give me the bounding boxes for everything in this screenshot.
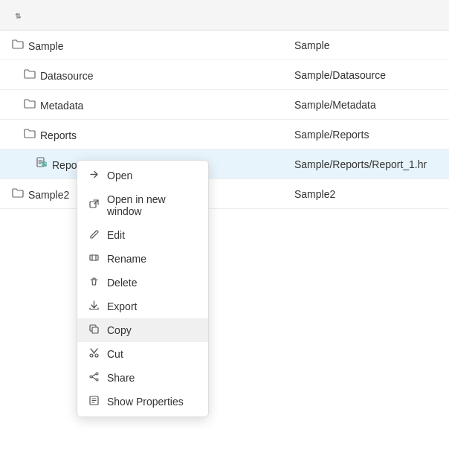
row-name-text: Metadata	[40, 100, 83, 112]
folder-icon	[24, 68, 36, 82]
trash-icon	[88, 277, 100, 289]
menu-item-export[interactable]: Export	[77, 295, 208, 318]
menu-item-rename[interactable]: Rename	[77, 247, 208, 271]
menu-item-label: Open	[107, 170, 132, 181]
menu-item-label: Cut	[107, 348, 123, 360]
row-name-text: Reports	[40, 129, 77, 141]
table-row[interactable]: ReportsSample/Reports	[0, 120, 449, 149]
svg-rect-3	[90, 255, 98, 260]
cell-path: Sample/Reports/Report_1.hr	[282, 149, 449, 179]
copy-icon	[88, 324, 100, 336]
folder-icon	[12, 38, 24, 52]
menu-item-cut[interactable]: Cut	[77, 342, 208, 366]
cut-icon	[88, 348, 100, 360]
svg-rect-2	[90, 202, 96, 208]
svg-point-7	[96, 373, 98, 375]
export-icon	[88, 300, 100, 312]
menu-item-label: Export	[107, 300, 137, 312]
path-column-header	[282, 0, 449, 30]
table-row[interactable]: SampleSample	[0, 30, 449, 60]
menu-item-label: Share	[107, 372, 135, 384]
file-browser: ⇅ SampleSample DatasourceSample/Datasour…	[0, 0, 449, 209]
menu-item-open-new-window[interactable]: Open in new window	[77, 187, 208, 223]
svg-point-6	[95, 354, 98, 357]
table-row[interactable]: DatasourceSample/Datasource	[0, 60, 449, 90]
sort-icon: ⇅	[15, 12, 21, 20]
name-column-header[interactable]: ⇅	[0, 0, 282, 30]
edit-icon	[88, 229, 100, 241]
menu-item-edit[interactable]: Edit	[77, 223, 208, 247]
row-name-text: Sample2	[28, 189, 69, 201]
share-icon	[88, 372, 100, 384]
row-name-text: Sample	[28, 40, 63, 52]
table-row[interactable]: Sample2Sample2	[0, 179, 449, 209]
file-table: ⇅ SampleSample DatasourceSample/Datasour…	[0, 0, 449, 209]
report-icon	[36, 157, 48, 171]
table-row[interactable]: MetadataSample/Metadata	[0, 90, 449, 120]
menu-item-open[interactable]: Open	[77, 164, 208, 187]
cell-name: Datasource	[0, 60, 282, 90]
arrow-right-icon	[88, 170, 100, 181]
rename-icon	[88, 253, 100, 265]
menu-item-label: Show Properties	[107, 396, 184, 408]
menu-item-label: Delete	[107, 277, 137, 289]
cell-path: Sample	[282, 30, 449, 60]
menu-item-label: Copy	[107, 324, 132, 336]
table-body: SampleSample DatasourceSample/Datasource…	[0, 30, 449, 209]
cell-path: Sample/Metadata	[282, 90, 449, 120]
folder-icon	[24, 127, 36, 141]
menu-item-label: Open in new window	[107, 193, 198, 217]
menu-item-delete[interactable]: Delete	[77, 271, 208, 295]
svg-point-9	[96, 379, 98, 381]
folder-icon	[24, 97, 36, 112]
cell-name: Reports	[0, 120, 282, 149]
menu-item-share[interactable]: Share	[77, 366, 208, 390]
table-header-row: ⇅	[0, 0, 449, 30]
table-row[interactable]: Repor…Sample/Reports/Report_1.hr	[0, 149, 449, 179]
cell-path: Sample/Reports	[282, 120, 449, 149]
external-icon	[88, 199, 100, 211]
context-menu: OpenOpen in new windowEditRenameDeleteEx…	[77, 160, 209, 417]
menu-item-label: Rename	[107, 253, 146, 265]
row-name-text: Datasource	[40, 70, 94, 82]
menu-item-copy[interactable]: Copy	[77, 318, 208, 342]
svg-rect-4	[92, 327, 98, 333]
cell-name: Sample	[0, 30, 282, 60]
properties-icon	[88, 396, 100, 408]
cell-path: Sample2	[282, 179, 449, 209]
folder-icon	[12, 187, 24, 201]
svg-point-5	[90, 354, 93, 357]
menu-item-label: Edit	[107, 229, 125, 241]
svg-point-8	[90, 376, 92, 378]
menu-item-show-properties[interactable]: Show Properties	[77, 390, 208, 414]
cell-name: Metadata	[0, 90, 282, 120]
cell-path: Sample/Datasource	[282, 60, 449, 90]
